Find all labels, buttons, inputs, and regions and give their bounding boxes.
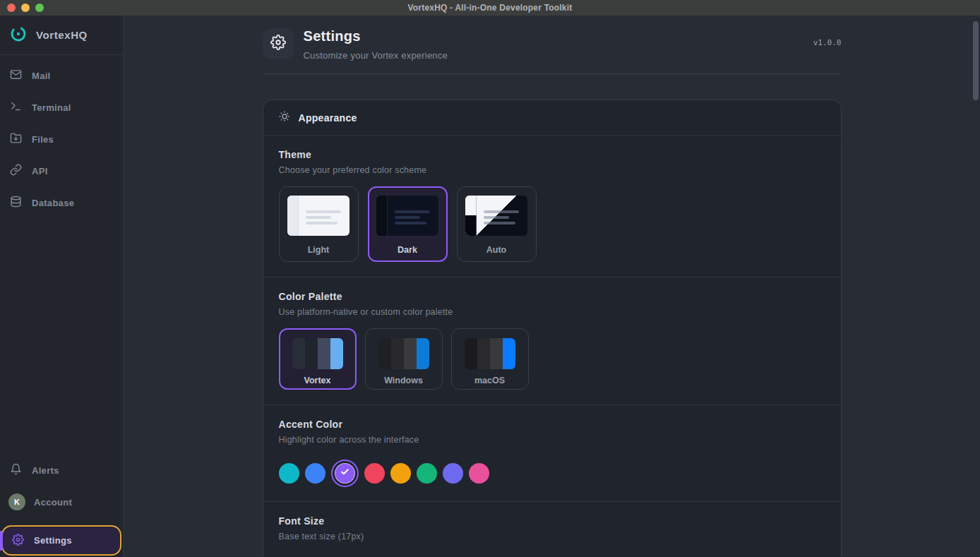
font-size-title: Font Size [279, 515, 825, 527]
sidebar-nav: Mail Terminal Files API [0, 55, 123, 215]
theme-section: Theme Choose your preferred color scheme… [263, 136, 841, 277]
sidebar-bottom-nav: Alerts K Account Settings [0, 458, 123, 557]
palette-swatches [292, 338, 343, 369]
palette-swatches [378, 338, 429, 369]
palette-title: Color Palette [279, 291, 825, 302]
accent-subtitle: Highlight color across the interface [279, 435, 825, 445]
window-titlebar: VortexHQ - All-in-One Developer Toolkit [0, 0, 980, 16]
sidebar-item-alerts[interactable]: Alerts [0, 458, 123, 482]
close-button[interactable] [7, 4, 16, 12]
terminal-icon [10, 100, 22, 114]
sidebar-item-label: Alerts [32, 465, 59, 476]
color-swatch [490, 338, 503, 369]
palette-option-label: Windows [384, 376, 423, 385]
avatar-initial: K [14, 498, 20, 506]
sidebar-item-settings[interactable]: Settings [4, 527, 119, 553]
scrollbar-thumb[interactable] [973, 21, 979, 100]
appearance-title: Appearance [299, 112, 357, 124]
appearance-card-header: Appearance [263, 100, 841, 136]
theme-option-label: Light [308, 245, 330, 255]
color-swatch [391, 338, 404, 369]
color-swatch [465, 338, 477, 369]
color-swatch [404, 338, 417, 369]
appearance-card: Appearance Theme Choose your preferred c… [263, 100, 842, 557]
page-header: Settings Customize your Vortex experienc… [263, 28, 842, 61]
color-swatch [318, 338, 330, 369]
accent-swatch-green[interactable] [417, 463, 437, 484]
header-divider [263, 73, 842, 74]
palette-option-windows[interactable]: Windows [365, 328, 443, 390]
palette-option-macos[interactable]: macOS [451, 328, 529, 390]
minimize-button[interactable] [21, 4, 30, 12]
sidebar-item-terminal[interactable]: Terminal [0, 95, 123, 119]
theme-subtitle: Choose your preferred color scheme [279, 165, 825, 175]
window-title: VortexHQ - All-in-One Developer Toolkit [408, 3, 573, 13]
database-icon [10, 196, 22, 210]
bell-icon [10, 463, 22, 477]
theme-option-auto[interactable]: Auto [457, 186, 537, 262]
theme-option-label: Dark [398, 245, 417, 255]
sidebar-item-mail[interactable]: Mail [0, 64, 123, 88]
accent-section: Accent Color Highlight color across the … [263, 405, 841, 502]
settings-header-icon-badge [263, 28, 294, 59]
mail-icon [10, 68, 22, 83]
brand-row: VortexHQ [0, 16, 123, 55]
theme-option-dark[interactable]: Dark [368, 186, 448, 262]
palette-subtitle: Use platform-native or custom color pale… [279, 307, 825, 317]
page-title: Settings [304, 28, 448, 44]
gear-icon [12, 534, 24, 548]
palette-option-label: Vortex [304, 376, 331, 385]
sidebar-item-label: Settings [34, 535, 72, 546]
active-item-indicator [0, 531, 3, 551]
color-swatch [305, 338, 318, 369]
dark-theme-preview [376, 196, 438, 236]
light-theme-preview [287, 196, 349, 236]
zoom-button[interactable] [35, 4, 44, 12]
sidebar-item-label: API [32, 166, 48, 176]
page-subtitle: Customize your Vortex experience [304, 50, 448, 61]
accent-swatch-orange[interactable] [390, 463, 411, 484]
color-swatch [378, 338, 391, 369]
sidebar-item-database[interactable]: Database [0, 191, 123, 215]
settings-highlight-ring: Settings [1, 525, 121, 556]
accent-swatch-indigo[interactable] [443, 463, 463, 484]
vortex-logo-icon [9, 25, 28, 46]
main-panel: Settings Customize your Vortex experienc… [124, 16, 980, 557]
sidebar-item-label: Terminal [32, 102, 71, 113]
accent-swatch-blue[interactable] [305, 463, 325, 484]
font-size-section: Font Size Base text size (17px) A A 17px [263, 502, 841, 557]
sidebar-item-label: Account [34, 497, 72, 508]
palette-option-label: macOS [474, 376, 505, 385]
brand-name: VortexHQ [36, 29, 88, 41]
sidebar-item-label: Database [32, 198, 74, 208]
color-swatch [330, 338, 343, 369]
sidebar: VortexHQ Mail Terminal Files [0, 16, 124, 557]
avatar: K [8, 493, 25, 510]
color-swatch [417, 338, 429, 369]
font-size-subtitle: Base text size (17px) [279, 532, 825, 541]
theme-option-label: Auto [486, 245, 506, 255]
check-icon [340, 467, 349, 479]
palette-section: Color Palette Use platform-native or cus… [263, 277, 841, 405]
traffic-lights [7, 4, 44, 12]
accent-swatch-teal[interactable] [279, 463, 299, 484]
sun-icon [279, 111, 290, 125]
sidebar-item-label: Mail [32, 71, 50, 81]
link-icon [10, 164, 22, 178]
color-swatch [503, 338, 515, 369]
theme-title: Theme [279, 149, 825, 160]
accent-swatch-purple-selected[interactable] [335, 463, 355, 484]
accent-swatch-pink[interactable] [469, 463, 489, 484]
version-label: v1.0.0 [813, 28, 842, 47]
sidebar-item-files[interactable]: Files [0, 127, 123, 151]
theme-option-light[interactable]: Light [279, 186, 359, 262]
palette-swatches [465, 338, 515, 369]
sidebar-item-account[interactable]: K Account [0, 490, 123, 514]
sidebar-item-api[interactable]: API [0, 159, 123, 183]
gear-icon [270, 35, 286, 53]
accent-swatch-red[interactable] [364, 463, 385, 484]
accent-title: Accent Color [279, 419, 825, 430]
color-swatch [292, 338, 305, 369]
color-swatch [477, 338, 490, 369]
palette-option-vortex[interactable]: Vortex [279, 328, 357, 390]
